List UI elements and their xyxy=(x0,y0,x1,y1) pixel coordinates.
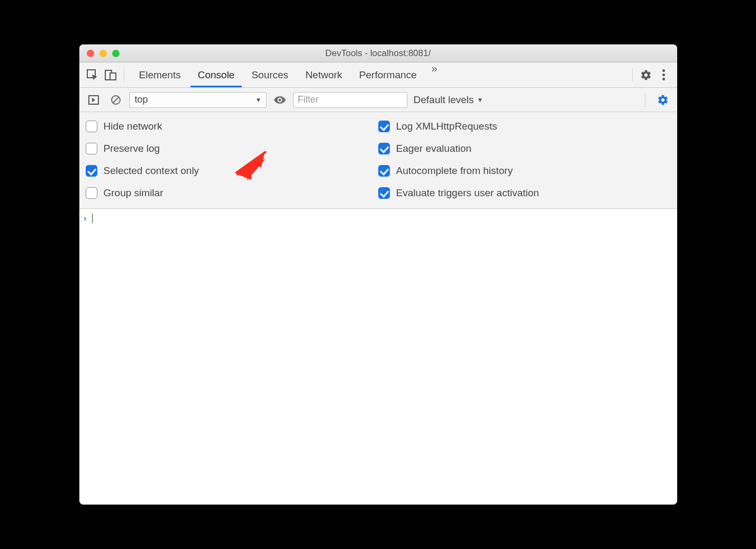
option-label: Selected context only xyxy=(104,165,199,177)
checkbox[interactable] xyxy=(86,165,97,177)
tab-label: Performance xyxy=(359,69,417,81)
svg-rect-2 xyxy=(110,73,116,80)
tab-label: Network xyxy=(305,69,342,81)
tab-label: Sources xyxy=(251,69,288,81)
prompt-chevron-icon: › xyxy=(83,213,88,224)
window-titlebar: DevTools - localhost:8081/ xyxy=(79,44,677,62)
option-eager-eval[interactable]: Eager evaluation xyxy=(378,143,671,154)
svg-line-5 xyxy=(113,97,119,103)
option-group-similar[interactable]: Group similar xyxy=(86,187,378,199)
sidebar-icon xyxy=(88,95,99,105)
tab-network[interactable]: Network xyxy=(298,62,350,87)
separator xyxy=(632,68,633,82)
chevrons-icon: » xyxy=(432,62,438,74)
device-toolbar-icon[interactable] xyxy=(103,67,119,83)
checkbox[interactable] xyxy=(378,187,390,199)
option-label: Hide network xyxy=(104,121,162,132)
toggle-drawer-button[interactable] xyxy=(86,92,102,108)
option-label: Evaluate triggers user activation xyxy=(396,187,539,199)
clear-icon xyxy=(111,95,121,105)
dropdown-triangle-icon: ▼ xyxy=(256,96,262,104)
log-levels-label: Default levels xyxy=(414,94,474,106)
inspect-element-icon[interactable] xyxy=(85,67,101,83)
option-label: Autocomplete from history xyxy=(396,165,513,177)
gear-icon xyxy=(657,94,669,106)
console-prompt[interactable]: › xyxy=(83,213,674,224)
tab-console[interactable]: Console xyxy=(190,62,242,87)
console-toolbar: top ▼ Default levels ▼ xyxy=(79,88,677,112)
window-title: DevTools - localhost:8081/ xyxy=(79,48,677,59)
option-label: Log XMLHttpRequests xyxy=(396,121,497,132)
option-hide-network[interactable]: Hide network xyxy=(86,121,378,132)
window-close-button[interactable] xyxy=(87,50,94,57)
checkbox[interactable] xyxy=(378,165,390,177)
tab-label: Console xyxy=(198,69,235,81)
context-value: top xyxy=(135,94,148,105)
context-selector[interactable]: top ▼ xyxy=(129,92,267,108)
window-minimize-button[interactable] xyxy=(99,50,107,57)
checkbox[interactable] xyxy=(378,143,390,154)
devtools-window: DevTools - localhost:8081/ Elements Cons… xyxy=(79,44,677,505)
console-settings-button[interactable] xyxy=(655,92,671,108)
option-user-activation[interactable]: Evaluate triggers user activation xyxy=(378,187,671,199)
filter-input-container xyxy=(293,92,407,108)
eye-icon xyxy=(274,94,286,106)
tab-label: Elements xyxy=(139,69,181,81)
option-label: Eager evaluation xyxy=(396,143,472,154)
option-preserve-log[interactable]: Preserve log xyxy=(86,143,378,154)
console-settings-panel: Hide network Log XMLHttpRequests Preserv… xyxy=(79,112,677,209)
window-maximize-button[interactable] xyxy=(112,50,120,57)
devtools-tabstrip: Elements Console Sources Network Perform… xyxy=(79,62,677,88)
settings-button[interactable] xyxy=(638,67,654,83)
checkbox[interactable] xyxy=(86,187,97,199)
checkbox[interactable] xyxy=(378,121,390,132)
clear-console-button[interactable] xyxy=(108,92,124,108)
gear-icon xyxy=(640,69,652,81)
tab-performance[interactable]: Performance xyxy=(352,62,424,87)
panel-tabs: Elements Console Sources Network Perform… xyxy=(132,62,443,87)
separator xyxy=(124,68,124,82)
option-log-xhr[interactable]: Log XMLHttpRequests xyxy=(378,121,671,132)
dropdown-triangle-icon: ▼ xyxy=(477,96,484,104)
checkbox[interactable] xyxy=(86,143,97,154)
filter-input[interactable] xyxy=(298,94,403,105)
more-menu-button[interactable] xyxy=(656,67,672,83)
text-caret xyxy=(92,214,93,223)
separator xyxy=(645,93,645,107)
live-expression-button[interactable] xyxy=(272,92,288,108)
console-output[interactable]: › xyxy=(79,209,677,505)
log-levels-selector[interactable]: Default levels ▼ xyxy=(412,94,486,106)
checkbox[interactable] xyxy=(86,121,97,132)
option-autocomplete-history[interactable]: Autocomplete from history xyxy=(378,165,671,177)
tabs-overflow-button[interactable]: » xyxy=(426,62,443,87)
option-selected-context-only[interactable]: Selected context only xyxy=(86,165,378,177)
tab-elements[interactable]: Elements xyxy=(132,62,188,87)
kebab-icon xyxy=(662,69,665,80)
tab-sources[interactable]: Sources xyxy=(244,62,296,87)
window-traffic-lights xyxy=(79,50,120,57)
option-label: Preserve log xyxy=(104,143,160,154)
option-label: Group similar xyxy=(104,187,163,199)
